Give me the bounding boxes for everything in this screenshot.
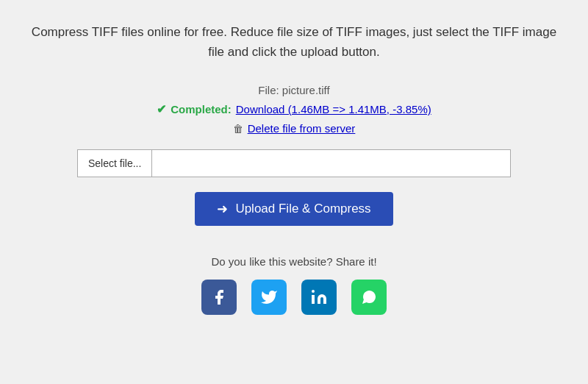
arrow-icon: ➜	[217, 201, 228, 217]
upload-button-label: Upload File & Compress	[235, 202, 370, 216]
share-section: Do you like this website? Share it!	[201, 255, 387, 315]
completed-label: Completed:	[171, 103, 232, 115]
page-description: Compress TIFF files online for free. Red…	[29, 22, 559, 62]
checkmark-icon: ✔	[157, 102, 166, 116]
share-text: Do you like this website? Share it!	[201, 255, 387, 268]
svg-point-0	[312, 290, 315, 293]
main-container: Compress TIFF files online for free. Red…	[0, 0, 588, 384]
whatsapp-icon[interactable]	[351, 280, 387, 315]
delete-row: 🗑 Delete file from server	[157, 122, 431, 135]
file-label: File: picture.tiff	[157, 84, 431, 96]
download-link[interactable]: Download (1.46MB => 1.41MB, -3.85%)	[236, 103, 431, 115]
social-icons-row	[201, 280, 387, 315]
delete-link[interactable]: Delete file from server	[248, 122, 356, 135]
file-info-section: File: picture.tiff ✔ Completed: Download…	[157, 84, 431, 135]
upload-compress-button[interactable]: ➜ Upload File & Compress	[195, 192, 392, 226]
file-input-row: Select file...	[77, 149, 511, 177]
completed-row: ✔ Completed: Download (1.46MB => 1.41MB,…	[157, 102, 431, 116]
facebook-icon[interactable]	[201, 280, 237, 315]
trash-icon: 🗑	[233, 123, 243, 135]
twitter-icon[interactable]	[251, 280, 287, 315]
select-file-button[interactable]: Select file...	[77, 149, 151, 177]
file-input-field[interactable]	[151, 149, 511, 177]
linkedin-icon[interactable]	[301, 280, 337, 315]
